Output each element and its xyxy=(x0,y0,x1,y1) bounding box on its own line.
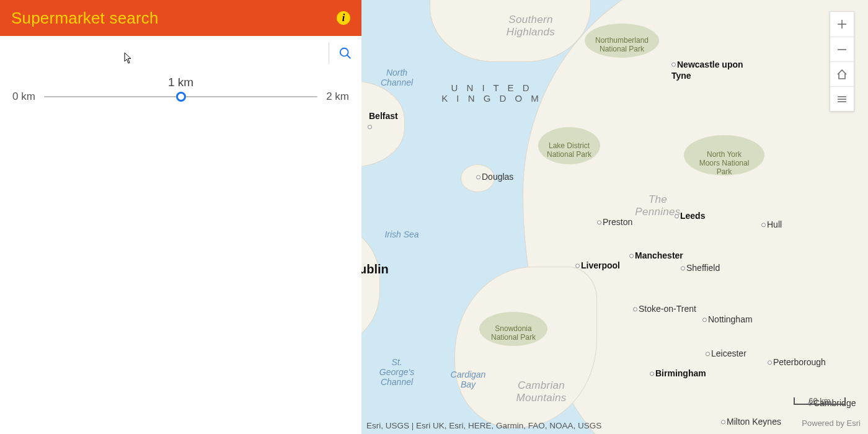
home-icon xyxy=(836,69,848,80)
city-label: ublin xyxy=(361,262,390,277)
region-label: Southern Highlands xyxy=(507,14,555,38)
minus-icon xyxy=(836,44,848,55)
city-label: Sheffield xyxy=(681,262,721,273)
search-row xyxy=(0,36,361,71)
search-button[interactable] xyxy=(329,46,361,60)
svg-line-1 xyxy=(347,55,351,59)
region-label: The Pennines xyxy=(635,193,680,218)
city-label: Milton Keynes xyxy=(721,416,782,427)
slider-max-label: 2 km xyxy=(326,91,349,103)
map-attribution: Esri, USGS | Esri UK, Esri, HERE, Garmin… xyxy=(366,421,601,430)
city-label: Leeds xyxy=(675,210,706,221)
sea-label: St. George's Channel xyxy=(379,357,414,387)
city-label: Newcastle upon Tyne xyxy=(671,59,743,81)
plus-icon xyxy=(836,19,848,30)
sidebar: Supermarket search i 1 km 0 km 2 km xyxy=(0,0,361,434)
zoom-in-button[interactable] xyxy=(830,12,854,37)
park-label: Snowdonia National Park xyxy=(479,312,547,346)
park-label: Lake District National Park xyxy=(538,127,600,164)
city-label: Leicester xyxy=(706,348,748,358)
slider-track[interactable] xyxy=(44,91,317,103)
slider-thumb[interactable] xyxy=(176,92,186,102)
sea-label: Irish Sea xyxy=(384,229,418,239)
menu-button[interactable] xyxy=(830,86,854,111)
city-label: Stoke-on-Trent xyxy=(633,303,698,314)
search-input[interactable] xyxy=(0,36,329,71)
zoom-out-button[interactable] xyxy=(830,37,854,61)
scale-bar: 60 km xyxy=(794,397,846,405)
slider-min-label: 0 km xyxy=(12,91,35,103)
city-label: Liverpool xyxy=(575,260,621,270)
powered-by-label: Powered by Esri xyxy=(802,418,861,428)
slider-value-label: 1 km xyxy=(12,76,349,89)
city-label: Belfast xyxy=(368,110,399,131)
region-label: Cambrian Mountains xyxy=(516,379,566,404)
city-label: Nottingham xyxy=(702,314,754,324)
app-title: Supermarket search xyxy=(11,9,159,28)
scale-bar-label: 60 km xyxy=(794,396,846,405)
park-label: Northumberland National Park xyxy=(585,24,659,58)
city-label: Manchester xyxy=(629,250,684,260)
search-icon xyxy=(339,46,352,60)
city-label: Hull xyxy=(761,219,783,229)
app-header: Supermarket search i xyxy=(0,0,361,36)
map-view[interactable]: Northumberland National ParkLake Distric… xyxy=(361,0,868,434)
park-label: North York Moors National Park xyxy=(684,135,764,175)
menu-icon xyxy=(836,94,848,105)
map-controls xyxy=(830,11,854,112)
sea-label: North Channel xyxy=(381,68,413,87)
svg-point-0 xyxy=(340,48,348,56)
city-label: Peterborough xyxy=(768,356,827,367)
country-label: U N I T E D K I N G D O M xyxy=(441,82,542,104)
radius-slider: 1 km 0 km 2 km xyxy=(0,71,361,103)
sea-label: Cardigan Bay xyxy=(451,370,486,389)
city-label: Douglas xyxy=(476,171,515,182)
info-icon[interactable]: i xyxy=(337,11,350,25)
home-button[interactable] xyxy=(830,61,854,86)
city-label: Preston xyxy=(597,216,634,227)
city-label: Birmingham xyxy=(650,368,707,378)
